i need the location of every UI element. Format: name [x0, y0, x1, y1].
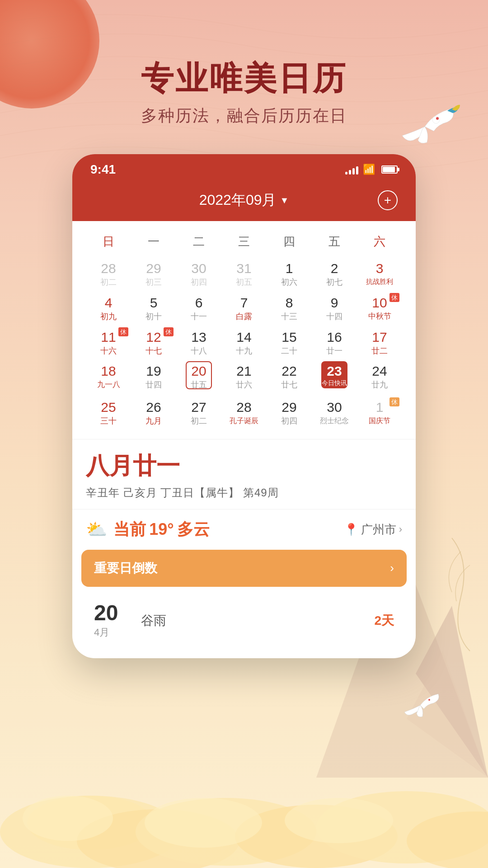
weather-temperature: 19 — [149, 520, 167, 538]
cal-day-aug29[interactable]: 29初三 — [131, 257, 176, 291]
weather-info-left: ⛅ 当前 19° 多云 — [86, 519, 210, 541]
countdown-day-number: 20 — [94, 602, 118, 624]
location-city: 广州市 — [361, 522, 396, 538]
cal-day-sep03[interactable]: 3抗战胜利 — [357, 257, 402, 291]
countdown-event-name: 谷雨 — [141, 612, 363, 629]
month-year-label: 2022年09月 — [199, 190, 277, 210]
holiday-badge-oct01: 休 — [389, 397, 399, 406]
svg-point-8 — [145, 798, 262, 848]
holiday-badge-sep12: 休 — [164, 327, 174, 336]
weather-bar: ⛅ 当前 19° 多云 📍 广州市 › — [72, 509, 416, 550]
countdown-date-block: 20 4月 — [94, 602, 130, 639]
cal-day-sep07[interactable]: 7白露 — [221, 291, 267, 326]
calendar-grid: 日 一 二 三 四 五 六 28初二 29初三 30初四 — [72, 221, 416, 439]
holiday-badge-sep10: 休 — [389, 293, 399, 302]
cal-day-sep12[interactable]: 休 12十七 — [131, 326, 176, 360]
cal-day-sep30[interactable]: 30烈士纪念 — [312, 396, 357, 430]
cal-day-sep05[interactable]: 5初十 — [131, 291, 176, 326]
cal-day-aug28[interactable]: 28初二 — [86, 257, 131, 291]
app-title-sub: 多种历法，融合后历历在日 — [141, 105, 347, 127]
cal-day-aug31[interactable]: 31初五 — [221, 257, 267, 291]
cal-day-sep15[interactable]: 15二十 — [267, 326, 312, 360]
cal-day-sep01[interactable]: 1初六 — [267, 257, 312, 291]
status-bar: 9:41 📶 — [72, 154, 416, 181]
countdown-days-remaining: 2天 — [374, 612, 394, 629]
day-headers-row: 日 一 二 三 四 五 六 — [86, 230, 402, 253]
cal-day-sep28[interactable]: 28 孔子诞辰 — [221, 396, 267, 430]
location-pin-icon: 📍 — [344, 523, 358, 537]
cal-day-sep20[interactable]: 20 廿五 — [176, 359, 221, 396]
calendar-month-title[interactable]: 2022年09月 ▼ — [199, 190, 289, 210]
day-header-thu: 四 — [267, 230, 312, 253]
svg-point-9 — [285, 798, 393, 843]
status-time: 9:41 — [90, 162, 116, 177]
countdown-panel[interactable]: 重要日倒数 › — [81, 550, 407, 587]
today-highlight: 23 今日快讯 — [321, 361, 347, 388]
day-header-sat: 六 — [357, 230, 402, 253]
status-icons: 📶 — [345, 164, 398, 175]
countdown-item[interactable]: 20 4月 谷雨 2天 — [81, 592, 407, 649]
battery-icon — [381, 165, 398, 174]
calendar-week-5: 25三十 26 九月 27初二 28 孔子诞辰 29初四 30烈士纪念 — [86, 396, 402, 430]
chevron-right-icon: › — [399, 524, 402, 535]
weather-degree: ° — [167, 520, 174, 538]
countdown-month-label: 4月 — [94, 626, 109, 639]
add-event-button[interactable]: + — [378, 190, 398, 210]
weather-description: 多云 — [177, 520, 210, 538]
cal-day-sep27[interactable]: 27初二 — [176, 396, 221, 430]
svg-point-13 — [428, 699, 430, 701]
holiday-badge-sep11: 休 — [118, 327, 128, 336]
info-panel: 八月廿一 辛丑年 己亥月 丁丑日【属牛】 第49周 — [72, 439, 416, 509]
cal-day-sep16[interactable]: 16廿一 — [312, 326, 357, 360]
cal-day-sep08[interactable]: 8十三 — [267, 291, 312, 326]
phone-mockup: 9:41 📶 2022年09月 ▼ + — [72, 154, 416, 658]
cal-day-sep18[interactable]: 18 九一八 — [86, 359, 131, 396]
cal-day-sep22[interactable]: 22廿七 — [267, 359, 312, 396]
cal-day-aug30[interactable]: 30初四 — [176, 257, 221, 291]
app-title-main: 专业唯美日历 — [141, 59, 347, 98]
month-dropdown-arrow: ▼ — [280, 195, 289, 206]
lunar-detail-text: 辛丑年 己亥月 丁丑日【属牛】 第49周 — [86, 486, 402, 500]
calendar-header: 2022年09月 ▼ + — [72, 181, 416, 221]
countdown-title: 重要日倒数 — [94, 560, 157, 577]
wifi-icon: 📶 — [363, 164, 375, 175]
lunar-date-display: 八月廿一 — [86, 450, 402, 482]
calendar-week-1: 28初二 29初三 30初四 31初五 1初六 2初七 3抗战胜 — [86, 257, 402, 291]
cal-day-sep06[interactable]: 6十一 — [176, 291, 221, 326]
cal-day-sep29[interactable]: 29初四 — [267, 396, 312, 430]
cal-day-sep24[interactable]: 24廿九 — [357, 359, 402, 396]
cal-day-sep19[interactable]: 19廿四 — [131, 359, 176, 396]
day-header-mon: 一 — [131, 230, 176, 253]
weather-location[interactable]: 📍 广州市 › — [344, 522, 402, 538]
cal-day-sep04[interactable]: 4初九 — [86, 291, 131, 326]
svg-point-12 — [426, 698, 431, 703]
today-news-label: 今日快讯 — [322, 379, 347, 387]
cal-day-sep25[interactable]: 25三十 — [86, 396, 131, 430]
cal-day-sep26[interactable]: 26 九月 — [131, 396, 176, 430]
today-number: 23 — [327, 363, 342, 379]
crane-bottom-decoration — [398, 687, 443, 723]
calendar-week-2: 4初九 5初十 6十一 7白露 8十三 9十四 休 — [86, 291, 402, 326]
day-header-fri: 五 — [312, 230, 357, 253]
day-header-tue: 二 — [176, 230, 221, 253]
cal-day-sep11[interactable]: 休 11十六 — [86, 326, 131, 360]
calendar-week-3: 休 11十六 休 12十七 13十八 14十九 15二十 16廿一 — [86, 326, 402, 360]
cal-day-sep09[interactable]: 9十四 — [312, 291, 357, 326]
calendar-week-4: 18 九一八 19廿四 20 廿五 21廿六 22廿七 — [86, 359, 402, 396]
cal-day-sep10[interactable]: 休 10中秋节 — [357, 291, 402, 326]
signal-icon — [345, 165, 358, 175]
main-content: 专业唯美日历 多种历法，融合后历历在日 9:41 📶 — [0, 0, 488, 658]
cal-day-oct01[interactable]: 休 1 国庆节 — [357, 396, 402, 430]
cal-day-sep23-today[interactable]: 23 今日快讯 — [312, 359, 357, 396]
cal-day-sep13[interactable]: 13十八 — [176, 326, 221, 360]
weather-prefix: 当前 — [113, 520, 146, 538]
day-header-sun: 日 — [86, 230, 131, 253]
countdown-arrow-icon: › — [390, 561, 394, 575]
weather-text: 当前 19° 多云 — [113, 519, 210, 541]
cal-day-sep14[interactable]: 14十九 — [221, 326, 267, 360]
cal-day-sep21[interactable]: 21廿六 — [221, 359, 267, 396]
weather-icon: ⛅ — [86, 519, 107, 539]
svg-point-7 — [23, 796, 113, 841]
cal-day-sep02[interactable]: 2初七 — [312, 257, 357, 291]
cal-day-sep17[interactable]: 17廿二 — [357, 326, 402, 360]
